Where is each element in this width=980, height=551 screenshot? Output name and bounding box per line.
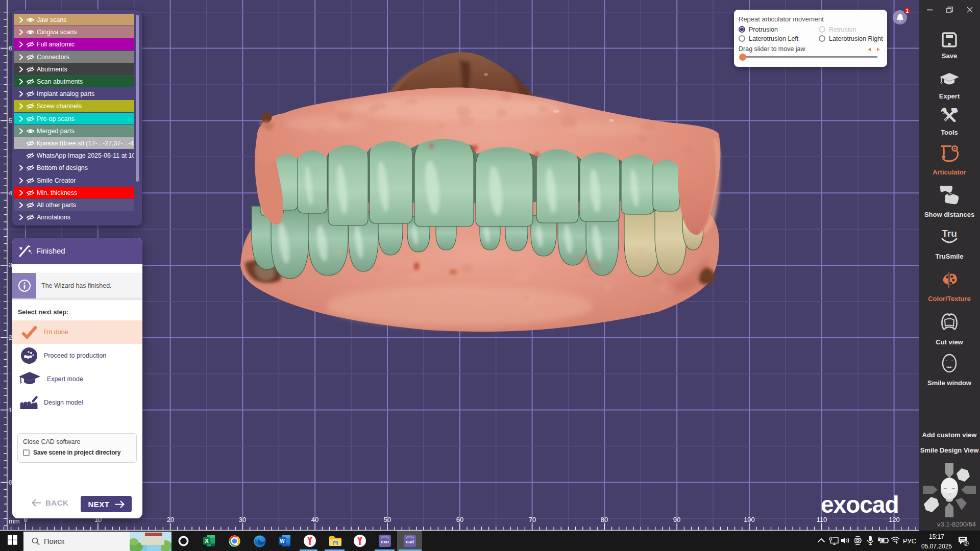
svg-text:30: 30: [239, 516, 246, 523]
svg-text:X: X: [205, 538, 209, 544]
svg-text:90: 90: [673, 516, 680, 523]
svg-text:exo: exo: [381, 539, 389, 544]
svg-text:2: 2: [965, 541, 967, 546]
svg-text:70: 70: [529, 516, 536, 523]
svg-text:100: 100: [744, 516, 755, 523]
svg-text:mm: mm: [9, 517, 20, 525]
svg-text:60: 60: [456, 516, 463, 523]
svg-text:Tru: Tru: [942, 228, 957, 239]
svg-text:50: 50: [384, 516, 391, 523]
svg-text:20: 20: [167, 516, 174, 523]
svg-text:80: 80: [601, 516, 608, 523]
svg-text:W: W: [280, 538, 285, 544]
svg-text:40: 40: [311, 516, 318, 523]
svg-text:cad: cad: [406, 539, 414, 544]
